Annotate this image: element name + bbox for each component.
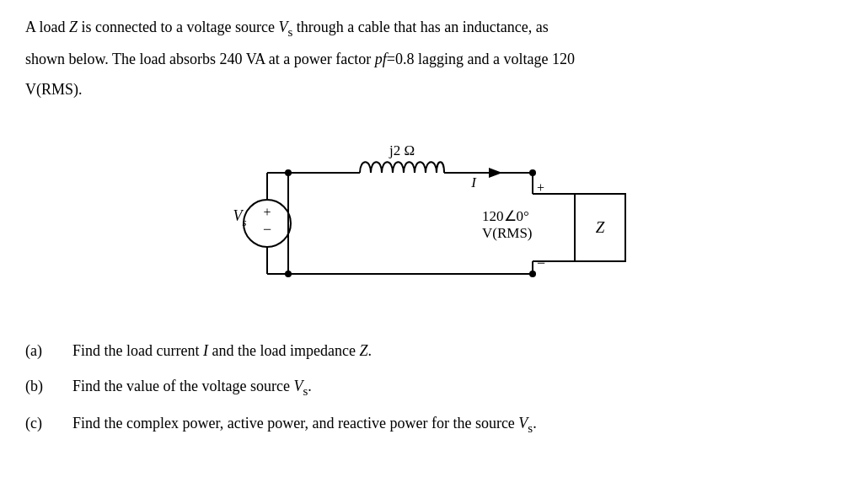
question-b: (b) Find the value of the voltage source… bbox=[25, 371, 838, 405]
svg-text:s: s bbox=[242, 216, 246, 228]
svg-text:−: − bbox=[537, 255, 545, 271]
q-c-text: Find the complex power, active power, an… bbox=[72, 408, 838, 442]
question-a: (a) Find the load current I and the load… bbox=[25, 335, 838, 367]
circuit-svg: + − V s j2 Ω I + − 120∠0° V(RM bbox=[221, 126, 642, 312]
q-a-text: Find the load current I and the load imp… bbox=[72, 335, 838, 367]
q-a-label: (a) bbox=[25, 335, 57, 367]
problem-line2: shown below. The load absorbs 240 VA at … bbox=[25, 51, 575, 67]
q-c-label: (c) bbox=[25, 408, 57, 440]
problem-text: A load Z is connected to a voltage sourc… bbox=[25, 15, 834, 103]
svg-text:I: I bbox=[470, 174, 477, 190]
svg-point-8 bbox=[529, 169, 536, 176]
svg-text:−: − bbox=[263, 221, 271, 238]
problem-line1: A load Z is connected to a voltage sourc… bbox=[25, 19, 549, 35]
svg-text:V(RMS): V(RMS) bbox=[482, 225, 533, 241]
circuit-diagram: + − V s j2 Ω I + − 120∠0° V(RM bbox=[25, 126, 838, 312]
svg-point-9 bbox=[529, 271, 536, 277]
questions-section: (a) Find the load current I and the load… bbox=[25, 335, 838, 442]
problem-line3: V(RMS). bbox=[25, 81, 83, 98]
svg-text:+: + bbox=[263, 205, 271, 219]
q-b-label: (b) bbox=[25, 371, 57, 403]
svg-text:j2 Ω: j2 Ω bbox=[389, 142, 415, 158]
q-b-text: Find the value of the voltage source Vs. bbox=[72, 371, 838, 405]
svg-text:+: + bbox=[537, 180, 544, 195]
question-c: (c) Find the complex power, active power… bbox=[25, 408, 838, 442]
svg-text:120∠0°: 120∠0° bbox=[482, 208, 529, 224]
svg-text:Z: Z bbox=[596, 218, 605, 236]
